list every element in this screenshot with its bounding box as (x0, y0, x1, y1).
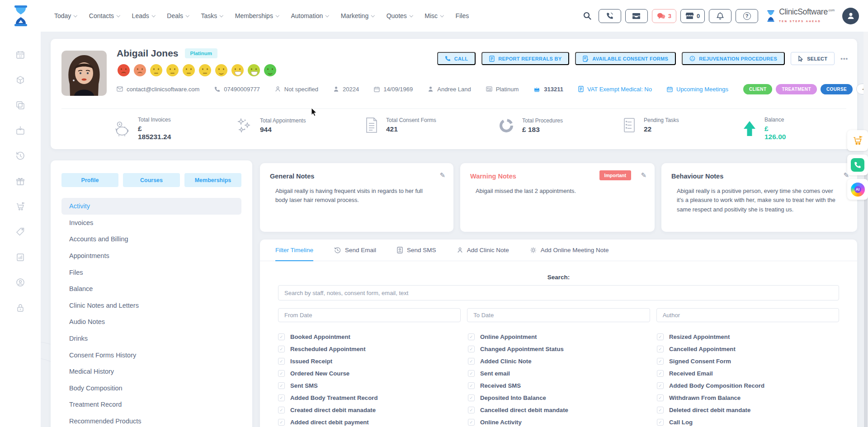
to-date-input[interactable] (467, 308, 650, 322)
checkbox[interactable]: ✓ (468, 382, 475, 389)
cart-icon[interactable] (15, 202, 25, 211)
checkbox[interactable]: ✓ (468, 407, 475, 413)
checkbox[interactable]: ✓ (657, 333, 664, 340)
package-icon[interactable] (15, 75, 25, 85)
filter-withdrawn-from-balance[interactable]: ✓Withdrawn From Balance (657, 394, 839, 402)
select-button[interactable]: SELECT (791, 52, 835, 65)
filter-sent-email[interactable]: ✓Sent email (468, 369, 657, 377)
menu-item-accounts-billing[interactable]: Accounts and Billing (61, 231, 241, 248)
nav-today[interactable]: Today (54, 12, 77, 19)
edit-pencil-icon[interactable]: ✎ (439, 171, 445, 179)
checkbox[interactable]: ✓ (278, 394, 285, 401)
filter-online-appointment[interactable]: ✓Online Appointment (468, 333, 657, 341)
menu-item-balance[interactable]: Balance (61, 281, 241, 297)
tab-send-sms[interactable]: Send SMS (397, 239, 436, 261)
filter-ordered-new-course[interactable]: ✓Ordered New Course (278, 369, 468, 377)
filter-issued-receipt[interactable]: ✓Issued Receipt (278, 357, 468, 365)
filter-added-body-treatment-record[interactable]: ✓Added Body Treatment Record (278, 394, 468, 402)
tab-add-online-meeting-note[interactable]: Add Online Meeting Note (530, 239, 609, 261)
tag-icon[interactable] (15, 227, 25, 237)
checkbox[interactable]: ✓ (657, 358, 664, 365)
filter-signed-consent-form[interactable]: ✓Signed Consent Form (657, 357, 839, 365)
upcoming-meetings-link[interactable]: Upcoming Meetings (667, 86, 728, 93)
checkbox[interactable]: ✓ (657, 382, 664, 389)
gift-icon[interactable] (15, 176, 25, 186)
checkbox[interactable]: ✓ (468, 394, 475, 401)
filter-resized-appointment[interactable]: ✓Resized Appointment (657, 333, 839, 341)
menu-item-recommended-products[interactable]: Recommended Products (61, 413, 241, 427)
mood-5-icon[interactable] (183, 64, 195, 76)
checkbox[interactable]: ✓ (468, 370, 475, 377)
nav-files[interactable]: Files (456, 12, 469, 19)
checkbox[interactable]: ✓ (657, 346, 664, 352)
checkbox[interactable]: ✓ (468, 358, 475, 365)
nav-marketing[interactable]: Marketing (341, 12, 374, 19)
mood-4-icon[interactable] (166, 64, 179, 76)
checkbox[interactable]: ✓ (657, 370, 664, 377)
filter-added-body-composition-record[interactable]: ✓Added Body Composition Record (657, 381, 839, 389)
menu-item-activity[interactable]: Activity (61, 198, 241, 215)
filter-added-dd-payment[interactable]: ✓Added direct debit payment (278, 418, 468, 426)
filter-added-clinic-note[interactable]: ✓Added Clinic Note (468, 357, 657, 365)
nav-deals[interactable]: Deals (167, 12, 189, 19)
author-input[interactable] (656, 308, 839, 322)
filter-rescheduled-appointment[interactable]: ✓Rescheduled Appointment (278, 345, 468, 353)
timeline-search-input[interactable] (278, 285, 839, 300)
edit-pencil-icon[interactable]: ✎ (641, 171, 646, 179)
filter-online-activity[interactable]: ✓Online Activity (468, 418, 657, 426)
consent-forms-button[interactable]: AVAILABLE CONSENT FORMS (575, 52, 676, 65)
inbox-button[interactable] (625, 9, 648, 23)
mood-7-icon[interactable] (215, 64, 227, 76)
mood-10-icon[interactable] (264, 64, 276, 76)
checkbox[interactable]: ✓ (278, 358, 285, 365)
menu-item-invoices[interactable]: Invoices (61, 215, 241, 231)
chat-messages-button[interactable]: 3 (652, 9, 676, 23)
call-button[interactable]: CALL (437, 52, 476, 65)
user-avatar[interactable] (842, 8, 859, 24)
checkbox[interactable]: ✓ (657, 419, 664, 426)
checkbox[interactable]: ✓ (278, 407, 285, 413)
menu-item-files[interactable]: Files (61, 264, 241, 281)
menu-item-appointments[interactable]: Appointments (61, 248, 241, 264)
filter-deleted-dd-mandate[interactable]: ✓Deleted direct debit mandate (657, 406, 839, 414)
nav-tasks[interactable]: Tasks (201, 12, 223, 19)
tab-profile[interactable]: Profile (61, 173, 118, 187)
nav-quotes[interactable]: Quotes (387, 12, 413, 19)
tab-add-clinic-note[interactable]: Add Clinic Note (457, 239, 509, 261)
filter-booked-appointment[interactable]: ✓Booked Appointment (278, 333, 468, 341)
mood-1-icon[interactable] (118, 64, 130, 76)
checkbox[interactable]: ✓ (468, 419, 475, 426)
dialer-button[interactable] (599, 9, 621, 23)
menu-item-clinic-notes[interactable]: Clinic Notes and Letters (61, 297, 241, 314)
filter-call-log[interactable]: ✓Call Log (657, 418, 839, 426)
checkbox[interactable]: ✓ (278, 370, 285, 377)
patient-email[interactable]: contact@clinicsoftware.com (117, 86, 199, 93)
rejuvenation-button[interactable]: REJUVENATION PROCEDURES (682, 52, 785, 65)
mood-3-icon[interactable] (150, 64, 162, 76)
cart-float-button[interactable] (847, 130, 868, 151)
search-icon[interactable] (583, 11, 592, 20)
tab-filter-timeline[interactable]: Filter Timeline (275, 239, 313, 261)
checkbox[interactable]: ✓ (278, 382, 285, 389)
filter-deposited-into-balance[interactable]: ✓Deposited Into Balance (468, 394, 657, 402)
nav-automation[interactable]: Automation (291, 12, 328, 19)
menu-item-treatment-record[interactable]: Treatment Record (61, 396, 241, 413)
menu-item-body-composition[interactable]: Body Composition (61, 380, 241, 397)
vat-status[interactable]: VAT Exempt Medical: No (578, 86, 652, 93)
lock-icon[interactable] (15, 303, 25, 313)
checkbox[interactable]: ✓ (278, 419, 285, 426)
nav-misc[interactable]: Misc (425, 12, 443, 19)
nav-leads[interactable]: Leads (132, 12, 155, 19)
menu-item-medical-history[interactable]: Medical History (61, 363, 241, 380)
tab-send-email[interactable]: Send Email (334, 239, 376, 261)
filter-received-sms[interactable]: ✓Received SMS (468, 381, 657, 389)
checkbox[interactable]: ✓ (468, 346, 475, 352)
nav-contacts[interactable]: Contacts (89, 12, 120, 19)
filter-cancelled-appointment[interactable]: ✓Cancelled Appointment (657, 345, 839, 353)
calendar-import-icon[interactable] (15, 126, 25, 136)
menu-item-audio-notes[interactable]: Audio Notes (61, 314, 241, 330)
tab-memberships[interactable]: Memberships (184, 173, 241, 187)
copy-icon[interactable] (15, 100, 25, 110)
checkbox[interactable]: ✓ (278, 346, 285, 352)
filter-created-dd-mandate[interactable]: ✓Created direct debit manadate (278, 406, 468, 414)
